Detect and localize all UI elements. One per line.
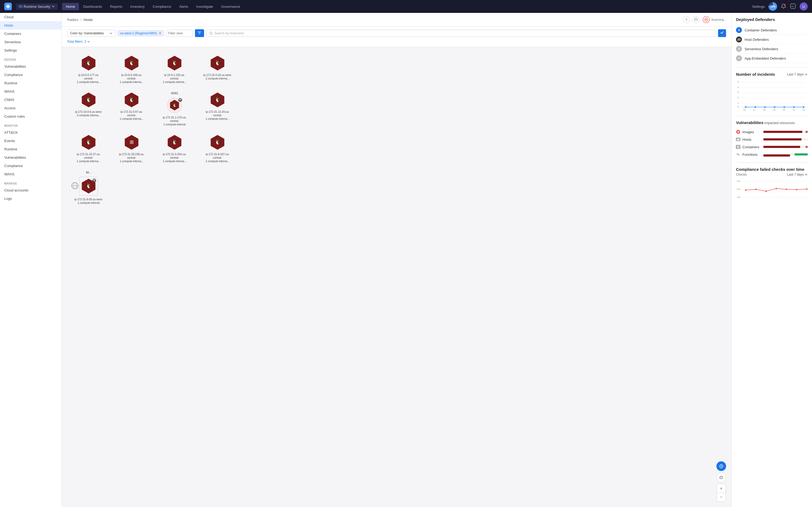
host-node-h2[interactable]: 🐧 ip-10-0-0-199.ca-central-1.compute.int…: [113, 55, 151, 84]
incidents-time-dropdown[interactable]: Last 7 days: [787, 72, 808, 76]
vuln-bar-images: [763, 131, 808, 133]
svg-point-72: [803, 106, 805, 108]
monitor-section-label: MONITOR: [0, 121, 61, 128]
svg-point-71: [793, 106, 795, 108]
zoom-controls: + −: [717, 484, 726, 502]
svg-point-9: [706, 19, 707, 20]
filter-view-input[interactable]: [166, 30, 193, 37]
host-node-h11[interactable]: 🐧 ip-172-31-5-254.ca-central-1.compute.i…: [156, 134, 193, 163]
breadcrumb-current: Hosts: [84, 18, 93, 22]
sidebar-item-attck[interactable]: ATT&CK: [0, 128, 61, 137]
host-node-h4[interactable]: 🐧 ip-172-16-0-20.us-west-2.compute.inter…: [199, 55, 236, 84]
radars-header: Radars / Hosts ? Scanning...: [62, 13, 732, 26]
host-node-h3[interactable]: 🐧 ip-10-0-1-220.ca-central-1.compute.int…: [156, 55, 193, 84]
sidebar-item-custom-rules[interactable]: Custom rules: [0, 112, 61, 121]
search-input[interactable]: [214, 32, 713, 35]
progress-circle[interactable]: 78%: [768, 2, 777, 11]
sidebar-item-settings[interactable]: Settings: [0, 46, 61, 55]
host-label-h2: ip-10-0-0-199.ca-central-1.compute.inter…: [117, 73, 147, 84]
host-node-h9[interactable]: 🐧 ip-172-31-15-37.ca-central-1.compute.i…: [70, 134, 107, 163]
sidebar-item-cnns[interactable]: CNNS: [0, 96, 61, 104]
host-label-h12: ip-172-31-8-187.ca-central-1.compute.int…: [203, 153, 232, 163]
nav-link-home[interactable]: Home: [62, 3, 79, 10]
sidebar-item-runtime-monitor[interactable]: Runtime: [0, 145, 61, 153]
defender-row-containers: 5 Container Defenders: [736, 25, 808, 35]
host-node-h12[interactable]: 🐧 ip-172-31-8-187.ca-central-1.compute.i…: [199, 134, 236, 163]
app-logo-icon: [19, 5, 22, 8]
compliance-checks-label: Checks: [736, 173, 747, 176]
refresh-button[interactable]: [716, 472, 726, 482]
search-box[interactable]: [206, 30, 716, 37]
breadcrumb-parent[interactable]: Radars: [67, 18, 78, 22]
search-submit-icon: [720, 31, 724, 35]
nav-link-investigate[interactable]: Investigate: [192, 3, 217, 10]
total-filters[interactable]: Total filters: 3: [67, 39, 726, 44]
sidebar-item-access[interactable]: Access: [0, 104, 61, 112]
host-badge-h13: 80...: [86, 171, 91, 174]
images-vuln-icon: [736, 130, 740, 134]
filter-remove-icon[interactable]: ✕: [159, 32, 161, 35]
nav-link-alerts[interactable]: Alerts: [175, 3, 192, 10]
color-by-dropdown[interactable]: Color by: Vulnerabilities: [67, 30, 115, 37]
search-submit-button[interactable]: [718, 29, 726, 37]
svg-text:3: 3: [737, 91, 739, 94]
svg-text:800: 800: [737, 180, 741, 182]
ai-icon[interactable]: AI: [790, 3, 796, 10]
host-node-h5[interactable]: 🐧 ip-172-16-0-6.us-west-2.compute.intern…: [70, 92, 107, 126]
vuln-row-images: Images: [736, 128, 808, 135]
notifications-icon[interactable]: [781, 3, 786, 10]
svg-point-94: [745, 189, 746, 191]
sidebar-item-vulnerabilities[interactable]: Vulnerabilities: [0, 62, 61, 71]
sidebar-item-compliance-monitor[interactable]: Compliance: [0, 162, 61, 170]
filter-apply-button[interactable]: [195, 29, 204, 37]
nav-link-compliance[interactable]: Compliance: [149, 3, 175, 10]
host-node-h8[interactable]: 🐧 ip-172-31-12-20.ca-central-1.compute.i…: [199, 92, 236, 126]
host-node-h7[interactable]: 45561 🐧 ip-172-31-1-176.ca-central-1.com…: [156, 92, 193, 126]
compliance-chart-svg: 800 600 400: [736, 179, 808, 200]
host-label-h6: ip-172-31-0-97.ca-central-1.compute.inte…: [117, 110, 147, 121]
sidebar-item-containers[interactable]: Containers: [0, 30, 61, 38]
svg-text:0: 0: [737, 105, 739, 108]
nav-link-reports[interactable]: Reports: [106, 3, 126, 10]
host-label-h8: ip-172-31-12-20.ca-central-1.compute.int…: [203, 110, 232, 121]
nav-link-governance[interactable]: Governance: [218, 3, 244, 10]
sidebar-item-runtime[interactable]: Runtime: [0, 79, 61, 87]
vuln-bar-functions: [763, 153, 808, 156]
sidebar-item-compliance[interactable]: Compliance: [0, 71, 61, 79]
sidebar-item-logs[interactable]: Logs: [0, 194, 61, 203]
notifications-header-icon[interactable]: [693, 16, 699, 23]
app-name-dropdown[interactable]: Runtime Security: [16, 3, 58, 10]
sidebar-item-events[interactable]: Events: [0, 137, 61, 145]
host-node-h13[interactable]: 80... 🐧: [70, 171, 107, 205]
nav-link-dashboards[interactable]: Dashboards: [79, 3, 106, 10]
divider-1: [736, 67, 808, 68]
avatar[interactable]: U: [800, 2, 808, 10]
defend-section-label: DEFEND: [0, 55, 61, 62]
sidebar-item-vulnerabilities-monitor[interactable]: Vulnerabilities: [0, 153, 61, 162]
filter-tag-region[interactable]: us-west-2 (Regions/AWS) ✕: [118, 30, 164, 36]
sidebar-item-hosts[interactable]: Hosts: [0, 21, 61, 30]
svg-text:600: 600: [737, 188, 741, 190]
svg-text:🐧: 🐧: [172, 60, 178, 66]
svg-text:17: 17: [753, 108, 756, 111]
settings-link[interactable]: Settings: [752, 5, 765, 9]
host-node-h1[interactable]: 🐧 ip-10-0-0-177.ca-central-1.compute.int…: [70, 55, 107, 84]
chevron-down-compliance-icon: [805, 173, 808, 176]
host-node-h6[interactable]: 🐧 ip-172-31-0-97.ca-central-1.compute.in…: [113, 92, 151, 126]
svg-point-47: [94, 181, 95, 181]
sidebar-item-waas[interactable]: WAAS: [0, 87, 61, 96]
zoom-out-button[interactable]: −: [717, 493, 726, 501]
location-button[interactable]: [716, 461, 726, 471]
zoom-in-button[interactable]: +: [717, 484, 726, 493]
nav-link-inventory[interactable]: Inventory: [126, 3, 148, 10]
svg-marker-0: [6, 4, 10, 9]
sidebar-item-cloud[interactable]: Cloud: [0, 13, 61, 21]
sidebar-item-serverless[interactable]: Serverless: [0, 38, 61, 46]
hosts-grid: 🐧 ip-10-0-0-177.ca-central-1.compute.int…: [67, 52, 726, 207]
host-node-h10[interactable]: ⊞ ip-172-31-29-238.ca-central-1.compute.…: [113, 134, 151, 163]
svg-rect-83: [736, 138, 740, 141]
sidebar-item-waas-monitor[interactable]: WAAS: [0, 170, 61, 178]
sidebar-item-cloud-accounts[interactable]: Cloud accounts: [0, 186, 61, 194]
compliance-time-dropdown[interactable]: Last 7 days: [787, 173, 808, 176]
help-icon[interactable]: ?: [683, 16, 690, 23]
